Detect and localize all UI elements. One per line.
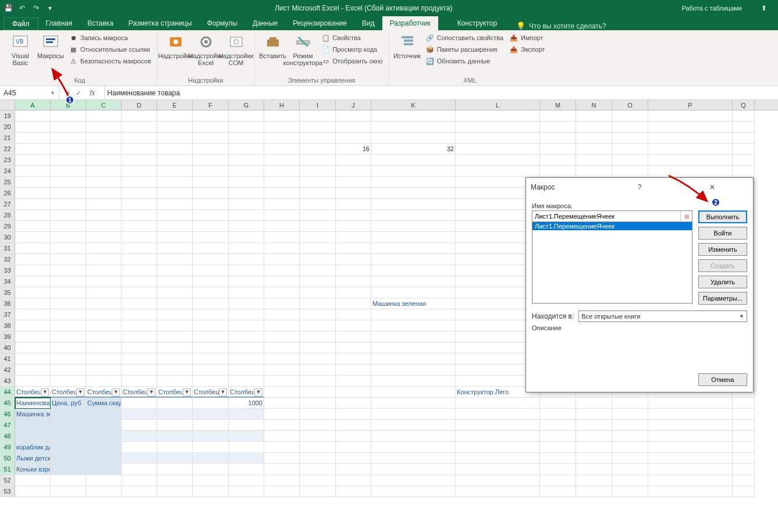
cell-E24[interactable] [157,166,193,177]
cell-D27[interactable] [122,199,157,210]
cell-I28[interactable] [300,210,336,221]
cell-J27[interactable] [336,199,371,210]
cell-I38[interactable] [300,320,336,331]
cell-G32[interactable] [229,254,264,265]
properties-button[interactable]: 📋Свойства [319,33,385,43]
cell-O48[interactable] [612,431,648,442]
cell-H43[interactable] [264,376,300,387]
cell-J48[interactable] [336,431,371,442]
cell-J53[interactable] [336,486,371,497]
xml-import-button[interactable]: 📥Импорт [507,33,547,43]
cell-G23[interactable] [229,155,264,166]
cell-Q48[interactable] [733,431,755,442]
cell-N19[interactable] [576,110,612,122]
cell-F32[interactable] [193,254,229,265]
cell-A32[interactable] [15,254,51,265]
cell-K21[interactable] [371,133,456,144]
cell-F21[interactable] [193,133,229,144]
cell-F49[interactable] [193,442,229,453]
cell-E36[interactable] [157,298,193,309]
row-header-26[interactable]: 26 [0,188,15,199]
cell-P46[interactable] [648,409,733,420]
cell-Q24[interactable] [733,166,755,177]
cell-J46[interactable] [336,409,371,420]
cell-D40[interactable] [122,342,157,354]
cell-B24[interactable] [51,166,86,177]
cell-K19[interactable] [371,110,456,122]
cell-C21[interactable] [86,133,122,144]
cell-A22[interactable] [15,144,51,155]
cell-I36[interactable] [300,298,336,309]
cell-L21[interactable] [456,133,540,144]
cell-J31[interactable] [336,243,371,254]
cell-F44[interactable]: Столбец▼ [193,387,229,398]
cell-I35[interactable] [300,287,336,298]
cell-B37[interactable] [51,309,86,320]
cell-B22[interactable] [51,144,86,155]
cell-A53[interactable] [15,486,51,497]
cell-J44[interactable] [336,387,371,398]
cell-D41[interactable] [122,354,157,365]
cell-I23[interactable] [300,155,336,166]
cell-Q50[interactable] [733,453,755,464]
cell-J52[interactable] [336,475,371,486]
fx-icon[interactable]: fx [86,89,98,97]
cell-A38[interactable] [15,320,51,331]
tell-me-search[interactable]: 💡 Что вы хотите сделать? [516,22,606,30]
cell-A43[interactable] [15,376,51,387]
refresh-data-button[interactable]: 🔄Обновить данные [423,56,506,66]
cell-J22[interactable]: 16 [336,144,371,155]
edit-button[interactable]: Изменить [698,243,747,256]
filter-dropdown-icon[interactable]: ▼ [219,388,227,397]
cell-A45[interactable]: Наименование товара [15,398,51,409]
row-header-40[interactable]: 40 [0,342,15,354]
cell-B46[interactable] [51,409,86,420]
help-icon[interactable]: ? [603,183,676,191]
cell-C40[interactable] [86,342,122,354]
cell-G30[interactable] [229,232,264,243]
cell-O21[interactable] [612,133,648,144]
cell-G39[interactable] [229,331,264,342]
cell-I20[interactable] [300,122,336,133]
cell-M48[interactable] [540,431,576,442]
cell-G48[interactable] [229,431,264,442]
cell-P52[interactable] [648,475,733,486]
cell-B36[interactable] [51,298,86,309]
column-header-P[interactable]: P [648,100,733,110]
cell-D45[interactable] [122,398,157,409]
cell-M19[interactable] [540,110,576,122]
cell-A41[interactable] [15,354,51,365]
cell-B25[interactable] [51,177,86,188]
cell-B23[interactable] [51,155,86,166]
cell-A44[interactable]: Столбец▼ [15,387,51,398]
cell-Q19[interactable] [733,110,755,122]
cell-E20[interactable] [157,122,193,133]
cell-A30[interactable] [15,232,51,243]
cell-I50[interactable] [300,453,336,464]
cell-G20[interactable] [229,122,264,133]
row-header-45[interactable]: 45 [0,398,15,409]
cell-A51[interactable]: Коньки взрослые [15,464,51,475]
cell-K29[interactable] [371,221,456,232]
cell-E43[interactable] [157,376,193,387]
cell-N51[interactable] [576,464,612,475]
cell-O49[interactable] [612,442,648,453]
cell-J36[interactable] [336,298,371,309]
row-header-22[interactable]: 22 [0,144,15,155]
cell-H39[interactable] [264,331,300,342]
cell-H33[interactable] [264,265,300,276]
cell-E45[interactable] [157,398,193,409]
cell-I27[interactable] [300,199,336,210]
cell-A27[interactable] [15,199,51,210]
cell-G24[interactable] [229,166,264,177]
cell-K41[interactable] [371,354,456,365]
cell-H21[interactable] [264,133,300,144]
close-icon[interactable]: ✕ [676,183,748,191]
cell-L52[interactable] [456,475,540,486]
cell-C44[interactable]: Столбец▼ [86,387,122,398]
cell-E49[interactable] [157,442,193,453]
cell-B39[interactable] [51,331,86,342]
cell-H32[interactable] [264,254,300,265]
cell-L48[interactable] [456,431,540,442]
cell-C43[interactable] [86,376,122,387]
